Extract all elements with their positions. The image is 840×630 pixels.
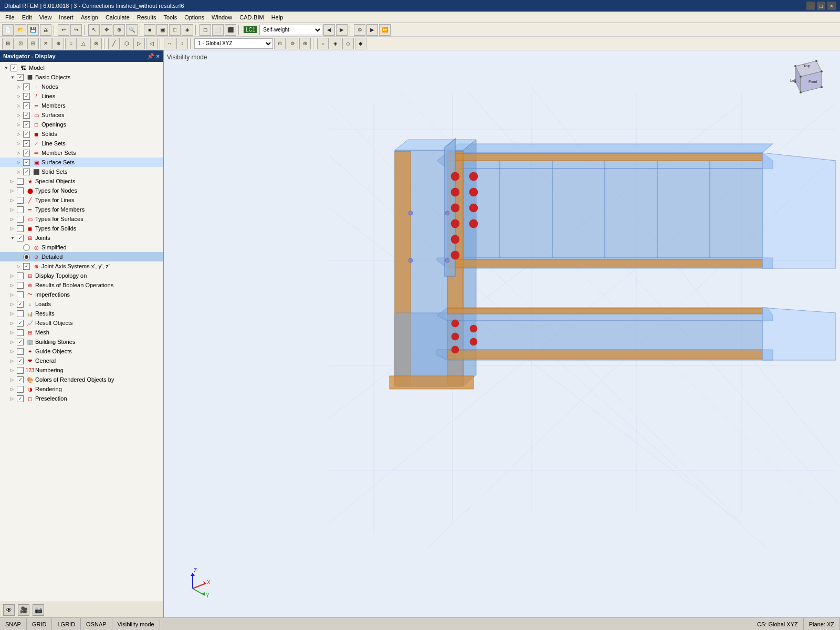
- status-grid[interactable]: GRID: [27, 618, 52, 630]
- radio-simplified[interactable]: [23, 244, 30, 251]
- tree-special-objects[interactable]: ▷ ★ Special Objects: [0, 176, 163, 186]
- tree-mesh[interactable]: ▷ ⊞ Mesh: [0, 328, 163, 337]
- check-joint-axis[interactable]: [23, 263, 30, 270]
- tb-draw2[interactable]: ⬡: [121, 38, 132, 49]
- check-colors-rendered[interactable]: [17, 376, 24, 383]
- tb-view2[interactable]: ⬜: [212, 24, 224, 36]
- check-imperfections[interactable]: [17, 291, 24, 298]
- tree-general[interactable]: ▷ ❤ General: [0, 356, 163, 365]
- check-types-solids[interactable]: [17, 225, 24, 232]
- tb-calc3[interactable]: ⏩: [379, 24, 391, 36]
- tree-types-lines[interactable]: ▷ ╱ Types for Lines: [0, 195, 163, 205]
- tree-types-surfaces[interactable]: ▷ ▭ Types for Surfaces: [0, 214, 163, 224]
- tb-view3[interactable]: ⬛: [225, 24, 236, 36]
- tb-view1[interactable]: ◻: [200, 24, 211, 36]
- check-surface-sets[interactable]: [23, 159, 30, 166]
- nav-header-controls[interactable]: 📌 ×: [147, 53, 160, 60]
- tree-surface-sets[interactable]: ▷ ▣ Surface Sets: [0, 158, 163, 167]
- tree-simplified[interactable]: ◎ Simplified: [0, 243, 163, 252]
- check-mesh[interactable]: [17, 329, 24, 336]
- tree-member-sets[interactable]: ▷ ═ Member Sets: [0, 148, 163, 158]
- tree-numbering[interactable]: ▷ 123 Numbering: [0, 365, 163, 375]
- menu-options[interactable]: Options: [181, 13, 207, 22]
- status-snap[interactable]: SNAP: [0, 618, 27, 630]
- check-results[interactable]: [17, 310, 24, 317]
- check-special-objects[interactable]: [17, 178, 24, 185]
- nav-camera-button[interactable]: 📷: [33, 604, 44, 616]
- menu-calculate[interactable]: Calculate: [102, 13, 133, 22]
- check-rendering[interactable]: [17, 386, 24, 393]
- tb-cs2[interactable]: ⊚: [287, 38, 298, 49]
- tb-snap3[interactable]: ⊟: [27, 38, 39, 49]
- menu-tools[interactable]: Tools: [160, 13, 180, 22]
- tb-redo[interactable]: ↪: [70, 24, 82, 36]
- tb-move[interactable]: ✥: [101, 24, 112, 36]
- tb-dim1[interactable]: ↔: [164, 38, 175, 49]
- check-solids[interactable]: [23, 131, 30, 138]
- tree-joint-axis[interactable]: ▷ ⊕ Joint Axis Systems x', y', z': [0, 261, 163, 271]
- tb-snap6[interactable]: ○: [65, 38, 77, 49]
- close-button[interactable]: ×: [827, 2, 836, 10]
- tb-calc1[interactable]: ⚙: [354, 24, 365, 36]
- menu-window[interactable]: Window: [208, 13, 235, 22]
- menu-help[interactable]: Help: [268, 13, 287, 22]
- tree-colors-rendered[interactable]: ▷ 🎨 Colors of Rendered Objects by: [0, 375, 163, 384]
- tb-model4[interactable]: ◆: [355, 38, 366, 49]
- tb-calc2[interactable]: ▶: [366, 24, 378, 36]
- menu-insert[interactable]: Insert: [56, 13, 77, 22]
- tb-draw1[interactable]: ╱: [108, 38, 120, 49]
- check-guide-objects[interactable]: [17, 348, 24, 355]
- check-member-sets[interactable]: [23, 150, 30, 156]
- tree-imperfections[interactable]: ▷ 〜 Imperfections: [0, 290, 163, 299]
- check-preselection[interactable]: [17, 395, 24, 402]
- tb-snap2[interactable]: ⊡: [15, 38, 26, 49]
- tb-snap4[interactable]: ✕: [40, 38, 51, 49]
- tb-render4[interactable]: ◈: [182, 24, 193, 36]
- tb-dim2[interactable]: ↕: [176, 38, 188, 49]
- check-building-stories[interactable]: [17, 339, 24, 345]
- tb-snap8[interactable]: ⊗: [90, 38, 102, 49]
- tb-zoom-in[interactable]: 🔍: [126, 24, 138, 36]
- tb-snap5[interactable]: ⊕: [52, 38, 64, 49]
- tb-draw3[interactable]: ▷: [133, 38, 145, 49]
- status-lgrid[interactable]: LGRID: [52, 618, 81, 630]
- menu-view[interactable]: View: [36, 13, 55, 22]
- tb-model3[interactable]: ◇: [342, 38, 354, 49]
- menu-edit[interactable]: Edit: [19, 13, 35, 22]
- menu-results[interactable]: Results: [134, 13, 160, 22]
- coord-system-combo[interactable]: 1 - Global XYZ: [194, 38, 273, 49]
- check-surfaces[interactable]: [23, 112, 30, 119]
- tb-render3[interactable]: □: [169, 24, 181, 36]
- nav-pin-button[interactable]: 📌: [147, 53, 154, 60]
- viewport[interactable]: Visibility mode .grid-l { stroke: rgba(1…: [164, 50, 840, 617]
- check-result-objects[interactable]: [17, 320, 24, 327]
- check-types-members[interactable]: [17, 206, 24, 213]
- tb-new[interactable]: 📄: [2, 24, 14, 36]
- check-bool-ops[interactable]: [17, 282, 24, 289]
- check-display-topology[interactable]: [17, 272, 24, 279]
- tb-select[interactable]: ↖: [88, 24, 100, 36]
- tree-bool-ops[interactable]: ▷ ⊗ Results of Boolean Operations: [0, 280, 163, 290]
- tb-model2[interactable]: ◈: [330, 38, 341, 49]
- tb-prev-lc[interactable]: ◀: [323, 24, 335, 36]
- tree-loads[interactable]: ▷ ↓ Loads: [0, 299, 163, 309]
- tree-members[interactable]: ▷ ━ Members: [0, 101, 163, 110]
- tree-line-sets[interactable]: ▷ ⟋ Line Sets: [0, 139, 163, 148]
- tb-save[interactable]: 💾: [27, 24, 39, 36]
- tb-snap7[interactable]: △: [78, 38, 89, 49]
- check-lines[interactable]: [23, 93, 30, 100]
- tree-guide-objects[interactable]: ▷ ✦ Guide Objects: [0, 346, 163, 356]
- maximize-button[interactable]: □: [817, 2, 825, 10]
- menu-assign[interactable]: Assign: [78, 13, 101, 22]
- check-solid-sets[interactable]: [23, 169, 30, 175]
- tree-basic-objects[interactable]: ▼ ⬛ Basic Objects: [0, 72, 163, 82]
- check-joints[interactable]: [17, 235, 24, 242]
- radio-detailed[interactable]: [23, 254, 30, 260]
- status-visibility[interactable]: Visibility mode: [112, 618, 160, 630]
- tb-render1[interactable]: ■: [144, 24, 155, 36]
- load-case-combo[interactable]: Self-weight: [259, 25, 322, 35]
- tb-zoom-all[interactable]: ⊕: [113, 24, 125, 36]
- tree-detailed[interactable]: ⊙ Detailed: [0, 252, 163, 261]
- check-types-lines[interactable]: [17, 197, 24, 204]
- check-members[interactable]: [23, 102, 30, 109]
